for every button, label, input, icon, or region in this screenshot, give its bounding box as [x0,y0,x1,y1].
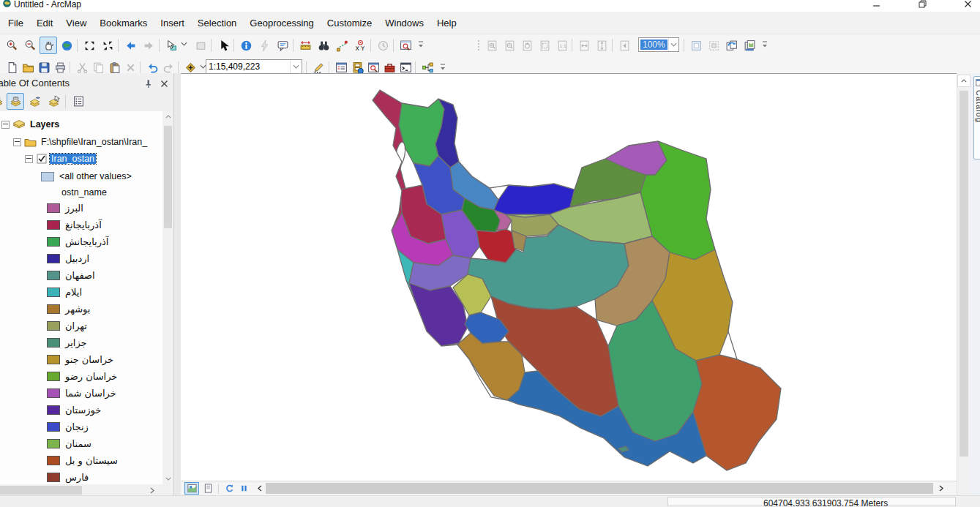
full-extent-button[interactable] [58,37,75,54]
menu-bookmarks[interactable]: Bookmarks [93,12,154,34]
scroll-right-icon[interactable] [935,483,946,494]
layout-toggle-draft-mode-button[interactable] [687,37,705,54]
legend-item[interactable]: سیستان و بل [47,453,118,467]
legend-swatch[interactable] [47,422,60,432]
province-island-1[interactable] [591,451,608,459]
source-path-label[interactable]: F:\shpfile\Iran_ostan\Iran_ [40,137,149,147]
menu-view[interactable]: View [59,12,93,34]
legend-swatch[interactable] [47,355,60,364]
layout-pan-button[interactable] [518,37,536,54]
collapse-icon[interactable] [1,121,10,129]
chevron-down-icon[interactable] [181,42,187,48]
panel-splitter[interactable] [174,73,181,496]
layout-zoom-in-button[interactable] [483,37,501,54]
restore-button[interactable] [910,0,935,10]
tree-node-layer[interactable]: Iran_ostan [25,151,96,166]
toc-options-button[interactable] [70,93,87,110]
legend-swatch[interactable] [47,338,60,348]
legend-swatch[interactable] [47,321,60,331]
legend-item[interactable]: اصفهان [47,268,95,282]
legend-swatch[interactable] [47,456,60,465]
menu-windows[interactable]: Windows [378,12,430,34]
legend-swatch[interactable] [47,473,60,482]
tree-node-field[interactable]: ostn_name [57,185,108,200]
legend-item[interactable]: خوزستان [47,402,101,417]
map-canvas[interactable] [181,73,957,496]
create-viewer-window-button[interactable] [397,37,414,54]
collapse-icon[interactable] [13,138,21,146]
legend-swatch[interactable] [47,288,60,297]
layout-focus-data-frame-button[interactable] [705,37,722,54]
fixed-zoom-in-button[interactable] [81,37,98,54]
html-popup-button[interactable] [274,37,291,54]
catalog-docked-tab[interactable]: Catalog [973,76,980,159]
zoom-out-button[interactable] [21,37,39,54]
scroll-up-icon[interactable] [162,111,173,122]
menu-edit[interactable]: Edit [30,12,59,34]
toc-list-by-visibility-button[interactable] [26,93,43,110]
legend-swatch[interactable] [47,439,60,448]
toc-list-by-source-button[interactable] [7,93,24,110]
map-horizontal-scrollbar[interactable] [266,483,933,494]
legend-item[interactable]: خراسان رضو [47,369,117,383]
legend-item[interactable]: تهران [47,318,87,333]
scroll-right-icon[interactable] [146,485,157,496]
legend-item[interactable]: خراسان جنو [47,352,113,367]
legend-item[interactable]: جزایر [47,335,87,350]
legend-item[interactable]: البرز [47,200,83,215]
scroll-left-icon[interactable] [254,483,265,494]
map-hscroll-thumb[interactable] [266,483,933,494]
find-button[interactable] [315,37,332,54]
map-scale-input[interactable] [206,61,290,72]
all-other-values-swatch[interactable] [41,172,54,181]
layout-zoom-combo[interactable]: 100% [638,37,679,52]
province-east-azerbaijan[interactable] [399,99,444,166]
province-sistan-baluchestan[interactable] [693,355,781,470]
fixed-zoom-out-button[interactable] [99,37,116,54]
pause-icon[interactable] [236,482,251,495]
clear-selected-features-button[interactable] [192,37,209,54]
map-scale-combo[interactable] [206,59,302,74]
layout-fit-height-button[interactable] [593,37,610,54]
menu-help[interactable]: Help [430,12,463,34]
tree-node-layers[interactable]: Layers [1,117,61,132]
back-extent-button[interactable] [121,37,139,54]
scroll-down-icon[interactable] [162,473,173,484]
chevron-down-icon[interactable] [200,64,206,70]
toc-list-by-selection-button[interactable] [45,93,62,110]
layout-fit-width-button[interactable] [575,37,593,54]
menu-customize[interactable]: Customize [321,12,378,34]
legend-item[interactable]: اردبیل [47,251,89,266]
legend-swatch[interactable] [47,372,60,381]
layout-zoom-100-button[interactable]: 1:1 [553,37,571,54]
time-slider-button[interactable] [374,37,392,54]
tree-node-source[interactable]: F:\shpfile\Iran_ostan\Iran_ [13,135,149,149]
chevron-down-icon[interactable] [668,38,678,51]
data-view-button[interactable] [184,482,199,495]
legend-swatch[interactable] [47,220,60,230]
layer-name-label[interactable]: Iran_ostan [50,154,96,164]
refresh-icon[interactable] [222,482,236,495]
pan-button[interactable] [40,37,57,54]
hyperlink-button[interactable] [255,37,273,54]
menu-geoprocessing[interactable]: Geoprocessing [243,12,320,34]
toc-list-by-drawing-order-button[interactable] [0,93,6,110]
menu-selection[interactable]: Selection [191,12,243,34]
checkbox-checked-icon[interactable] [37,154,47,164]
collapse-icon[interactable] [25,155,33,163]
layout-toolbar-overflow[interactable] [761,40,770,50]
select-features-button[interactable] [162,37,180,54]
map-scroll-thumb[interactable] [960,91,968,457]
toolbar-drag-handle[interactable] [477,39,480,52]
menu-insert[interactable]: Insert [154,12,191,34]
layout-zoom-out-button[interactable] [501,37,518,54]
legend-item[interactable]: آذربایجانغ [47,217,102,232]
legend-swatch[interactable] [47,254,60,263]
forward-extent-button[interactable] [140,37,157,54]
legend-swatch[interactable] [47,388,60,398]
layout-zoom-whole-page-button[interactable] [536,37,553,54]
pin-icon[interactable] [141,77,154,90]
zoom-in-button[interactable] [3,37,20,54]
layout-go-back-extent-button[interactable] [616,37,633,54]
layout-change-layout-button[interactable] [722,37,740,54]
